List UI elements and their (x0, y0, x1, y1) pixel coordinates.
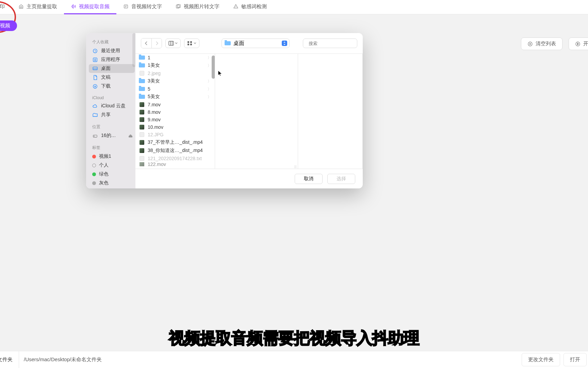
sidebar-heading-icloud: iCloud (92, 95, 132, 100)
vimg2text-icon (176, 4, 181, 9)
tab-vimg2text[interactable]: 视频图片转文字 (169, 0, 226, 14)
image-icon (139, 132, 145, 137)
tab-label: 敏感词检测 (241, 3, 267, 10)
sidebar-item-16的…[interactable]: 16的… ⏏ (89, 131, 135, 140)
column-scrollbar[interactable] (212, 56, 215, 79)
clear-list-button[interactable]: 清空列表 (521, 37, 562, 50)
clear-list-label: 清空列表 (536, 41, 556, 47)
sidebar-item-应用程序[interactable]: 应用程序 (89, 55, 135, 64)
sidebar-item-桌面[interactable]: 桌面 (89, 64, 135, 73)
folder-icon (225, 41, 231, 45)
scribble-annotation (0, 0, 26, 37)
sidebar-scrollbar[interactable] (132, 33, 135, 67)
sidebar-tag-灰色[interactable]: 灰色 (89, 179, 135, 187)
file-row[interactable]: 122.mov (135, 162, 215, 166)
file-row[interactable]: 38_你知道这…_dist_.mp4 (135, 147, 215, 155)
tag-dot-icon (92, 155, 96, 158)
sensitive-icon (233, 4, 239, 9)
video-icon (139, 102, 145, 107)
sidebar-item-文稿[interactable]: 文稿 (89, 73, 135, 82)
bottom-bar: 文件夹 /Users/mac/Desktop/未命名文件夹 更改文件夹 打开 (0, 351, 588, 368)
tab-label: 主页批量提取 (27, 3, 57, 10)
file-row[interactable]: 2.jpeg (135, 70, 215, 77)
sidebar-item-共享[interactable]: 共享 (89, 110, 135, 119)
doc-icon (92, 75, 98, 80)
svg-rect-1 (124, 5, 128, 8)
file-row[interactable]: 8.mov (135, 108, 215, 116)
file-name: 2.jpeg (148, 71, 161, 76)
file-picker-sidebar[interactable]: 个人收藏 最近使用 应用程序 桌面 文稿 下载 iCl (86, 33, 135, 188)
eject-icon[interactable]: ⏏ (128, 133, 133, 138)
location-popup[interactable]: 桌面 (222, 39, 290, 48)
file-row[interactable]: 9.mov (135, 116, 215, 123)
cancel-button[interactable]: 取消 (295, 174, 323, 184)
output-path-field[interactable]: /Users/mac/Desktop/未命名文件夹 (19, 351, 518, 368)
down-icon (92, 83, 98, 89)
file-row[interactable]: 12.JPG (135, 131, 215, 138)
video-icon (139, 148, 145, 153)
column-resize-handle[interactable]: || (294, 166, 297, 167)
folder-icon (139, 63, 145, 68)
file-name: 38_你知道这…_dist_.mp4 (148, 148, 203, 154)
change-folder-button[interactable]: 更改文件夹 (522, 353, 560, 366)
file-name: 7.mov (148, 102, 161, 107)
search-input[interactable] (309, 41, 363, 46)
svg-rect-15 (190, 41, 192, 43)
file-row[interactable]: 121_20220209174228.txt (135, 155, 215, 162)
sidebar-item-label: 视频1 (99, 153, 111, 159)
nav-buttons (141, 38, 162, 48)
svg-point-12 (94, 136, 94, 136)
location-chevron-icon (282, 41, 287, 46)
tab-extract[interactable]: 视频提取音频 (64, 0, 116, 14)
file-row[interactable]: 1 〉 (135, 54, 215, 61)
sidebar-item-下载[interactable]: 下载 (89, 82, 135, 91)
sidebar-item-label: 个人 (99, 162, 109, 168)
file-row[interactable]: 7.mov (135, 101, 215, 108)
file-name: 8.mov (148, 109, 161, 115)
sidebar-heading-tags: 标签 (92, 145, 132, 151)
view-group-button[interactable] (184, 39, 199, 48)
tag-dot-icon (92, 172, 96, 176)
chevron-right-icon: 〉 (208, 94, 211, 99)
sidebar-item-label: iCloud 云盘 (101, 103, 126, 109)
file-picker-search[interactable] (303, 39, 357, 48)
sidebar-tag-绿色[interactable]: 绿色 (89, 170, 135, 179)
location-name: 桌面 (233, 40, 244, 47)
video-icon (139, 110, 145, 114)
clear-icon (527, 41, 533, 47)
nav-back-button[interactable] (141, 39, 151, 48)
file-row[interactable]: 5 〉 (135, 85, 215, 93)
import-video-button[interactable]: 视频 (0, 20, 17, 31)
clock-icon (92, 48, 98, 54)
sidebar-tag-个人[interactable]: 个人 (89, 161, 135, 170)
sidebar-item-label: 共享 (101, 112, 111, 118)
sidebar-item-label: 绿色 (99, 171, 109, 177)
svg-rect-13 (169, 41, 174, 45)
open-folder-button[interactable]: 打开 (564, 353, 587, 366)
view-columns-button[interactable] (165, 39, 181, 48)
open-button-right[interactable]: 开 (569, 37, 588, 50)
file-row[interactable]: 3美女 〉 (135, 77, 215, 85)
nav-forward-button[interactable] (151, 39, 162, 48)
sidebar-item-最近使用[interactable]: 最近使用 (89, 46, 135, 55)
cloud-icon (92, 103, 98, 109)
video_cut-icon (139, 162, 145, 166)
file-list-column-1[interactable]: 1 〉 1美女 〉 2.jpeg 3美女 〉 5 〉 5美女 〉 7.mov 8… (135, 54, 215, 169)
file-row[interactable]: 37_不管早上…_dist_.mp4 (135, 138, 215, 147)
file-row[interactable]: 5美女 〉 (135, 93, 215, 101)
tab-av2text[interactable]: 音视频转文字 (116, 0, 169, 14)
file-list-column-2[interactable]: || (215, 54, 298, 169)
svg-rect-9 (93, 67, 97, 70)
file-name: 122.mov (148, 162, 166, 166)
file-row[interactable]: 10.mov (135, 123, 215, 131)
video-icon (139, 140, 145, 145)
sidebar-item-iCloud 云盘[interactable]: iCloud 云盘 (89, 102, 135, 110)
file-row[interactable]: 1美女 〉 (135, 61, 215, 70)
tab-sensitive[interactable]: 敏感词检测 (226, 0, 274, 14)
svg-rect-14 (187, 41, 189, 43)
choose-button[interactable]: 选择 (327, 174, 355, 184)
file-picker-toolbar: 桌面 (135, 33, 363, 53)
video-icon (139, 117, 145, 122)
file-list-column-3[interactable] (298, 54, 363, 169)
sidebar-tag-视频1[interactable]: 视频1 (89, 152, 135, 161)
